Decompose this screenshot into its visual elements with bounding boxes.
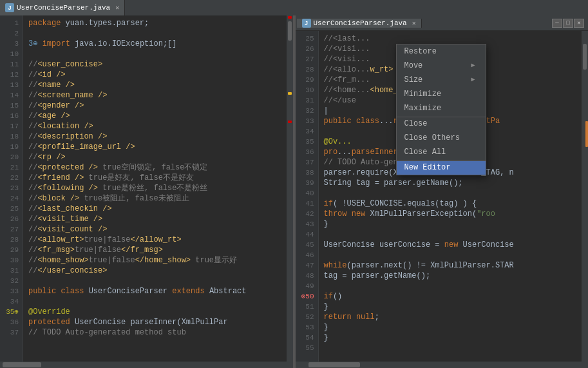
- code-line: String tag = parser.getName();: [324, 178, 577, 188]
- code-line: // TODO Auto-generated method stub: [28, 327, 281, 338]
- left-tab-close[interactable]: ✕: [115, 4, 119, 12]
- right-tab-close[interactable]: ✕: [412, 19, 416, 27]
- left-bottom-scrollbar[interactable]: [0, 362, 293, 368]
- menu-item-maximize[interactable]: Maximize: [397, 101, 486, 115]
- right-scrollbar-thumb: [308, 362, 360, 367]
- code-line: UserConcise userConcise = new UserConcis…: [324, 240, 577, 250]
- code-line: [324, 343, 577, 353]
- menu-item-minimize[interactable]: Minimize: [397, 87, 486, 101]
- menu-item-move-label: Move: [404, 61, 423, 71]
- code-line: //<user_concise>: [28, 59, 281, 70]
- menu-item-close-others-label: Close Others: [404, 133, 460, 143]
- code-line: //<gender />: [28, 101, 281, 111]
- menu-item-close-all-label: Close All: [404, 147, 446, 157]
- menu-item-new-editor[interactable]: New Editor: [397, 160, 486, 175]
- code-line: }: [324, 333, 577, 343]
- code-line: return null;: [324, 312, 577, 322]
- code-line: //<id />: [28, 70, 281, 80]
- code-line: [324, 281, 577, 291]
- menu-item-close-all[interactable]: Close All: [397, 145, 486, 159]
- code-line: if( !USER_CONCISE.equals(tag) ) {: [324, 199, 577, 209]
- code-line: //</user_concise>: [28, 266, 281, 276]
- editors-container: 1 2 3 10 11 12 13 14 15 16 17 18 19 20 2…: [0, 15, 588, 368]
- menu-item-move[interactable]: Move ▶: [397, 59, 486, 73]
- code-line: //<rp />: [28, 152, 281, 162]
- code-line: //<allow_rt>true|false</allow_rt>: [28, 235, 281, 245]
- code-line: //<screen_name />: [28, 90, 281, 101]
- right-scrollbar[interactable]: [582, 31, 588, 362]
- code-line: //<protected /> true空间锁定, false不锁定: [28, 162, 281, 173]
- left-editor-pane: 1 2 3 10 11 12 13 14 15 16 17 18 19 20 2…: [0, 15, 293, 368]
- right-code-area[interactable]: //<last... //<visi... //<visi... //<allo…: [319, 31, 582, 362]
- right-bottom-scrollbar[interactable]: [296, 362, 589, 368]
- code-line: [28, 28, 281, 39]
- maximize-button[interactable]: □: [563, 19, 573, 28]
- left-tab[interactable]: J UserConciseParser.java ✕: [0, 0, 125, 15]
- right-tab-bar: J UserConciseParser.java ✕ — □ ✕: [296, 15, 589, 31]
- java-icon-left: J: [5, 3, 14, 12]
- right-line-numbers: 25 26 27 28 29 30 31 32 33 34 35 36 37 3…: [296, 31, 319, 362]
- code-line: package yuan.types.parser;: [28, 18, 281, 28]
- code-line: //<fr_msg>true|false</fr_msg>: [28, 245, 281, 255]
- code-line: //<location />: [28, 121, 281, 131]
- left-scrollbar[interactable]: [287, 15, 293, 362]
- right-editor-body: 25 26 27 28 29 30 31 32 33 34 35 36 37 3…: [296, 31, 589, 362]
- arrow-icon: ▶: [471, 75, 475, 85]
- code-line: }: [324, 219, 577, 229]
- code-line: [324, 229, 577, 240]
- code-line: while(parser.next() != XmlPullParser.STA…: [324, 260, 577, 271]
- left-code-area[interactable]: package yuan.types.parser; 3⊕ import jav…: [23, 15, 287, 362]
- close-button[interactable]: ✕: [574, 19, 584, 28]
- menu-item-restore-label: Restore: [404, 46, 437, 57]
- right-editor-pane: J UserConciseParser.java ✕ — □ ✕ 25 26 2…: [296, 15, 589, 368]
- code-line: //<block /> true被阻止, false未被阻止: [28, 193, 281, 204]
- code-line: //<description />: [28, 131, 281, 142]
- code-line: }: [324, 302, 577, 312]
- left-line-numbers: 1 2 3 10 11 12 13 14 15 16 17 18 19 20 2…: [0, 15, 23, 362]
- code-line: [28, 296, 281, 307]
- menu-item-restore[interactable]: Restore: [397, 44, 486, 59]
- left-editor-content: 1 2 3 10 11 12 13 14 15 16 17 18 19 20 2…: [0, 15, 293, 362]
- code-line: @Override: [28, 307, 281, 317]
- menu-item-size[interactable]: Size ▶: [397, 73, 486, 87]
- code-line: //<home_show>true|false</home_show> true…: [28, 255, 281, 266]
- code-line: [28, 49, 281, 59]
- minimize-button[interactable]: —: [552, 19, 562, 28]
- code-line: public class UserConciseParser extends A…: [28, 286, 281, 296]
- code-line: //<last...: [324, 34, 577, 44]
- right-tab-label: UserConciseParser.java: [314, 19, 407, 27]
- right-tab[interactable]: J UserConciseParser.java ✕: [297, 19, 422, 28]
- tab-bar: J UserConciseParser.java ✕: [0, 0, 588, 15]
- code-line: //<profile_image_url />: [28, 142, 281, 152]
- code-line: [324, 250, 577, 260]
- menu-item-size-label: Size: [404, 75, 423, 85]
- menu-item-maximize-label: Maximize: [404, 103, 442, 113]
- window-controls: — □ ✕: [552, 19, 587, 28]
- menu-item-close-others[interactable]: Close Others: [397, 131, 486, 145]
- code-line: [324, 188, 577, 199]
- code-line: //<last_checkin />: [28, 204, 281, 214]
- menu-item-minimize-label: Minimize: [404, 89, 442, 99]
- menu-item-close-label: Close: [404, 119, 428, 129]
- code-line: //<name />: [28, 80, 281, 90]
- arrow-icon: ▶: [471, 61, 475, 71]
- code-line: //<visit_time />: [28, 214, 281, 224]
- left-tab-label: UserConciseParser.java: [17, 4, 110, 12]
- code-line: if(): [324, 291, 577, 302]
- code-line: tag = parser.getName();: [324, 271, 577, 281]
- code-line: //<friend /> true是好友, false不是好友: [28, 173, 281, 183]
- code-line: //<visit_count />: [28, 224, 281, 235]
- code-line: //<age />: [28, 111, 281, 121]
- code-line: [28, 276, 281, 286]
- code-line: 3⊕ import java.io.IOException;[]: [28, 39, 281, 49]
- menu-item-close[interactable]: Close: [397, 117, 486, 131]
- java-icon-right: J: [302, 19, 311, 28]
- code-line: protected UserConcise parseInner(XmlPull…: [28, 317, 281, 327]
- left-scrollbar-thumb: [3, 362, 41, 367]
- context-menu: Restore Move ▶ Size ▶ Minimize Maximize: [396, 44, 486, 175]
- menu-item-new-editor-label: New Editor: [404, 162, 451, 173]
- code-line: }: [324, 322, 577, 333]
- code-line: //<following /> true是粉丝, false不是粉丝: [28, 183, 281, 193]
- code-line: throw new XmlPullParserException("roo: [324, 209, 577, 219]
